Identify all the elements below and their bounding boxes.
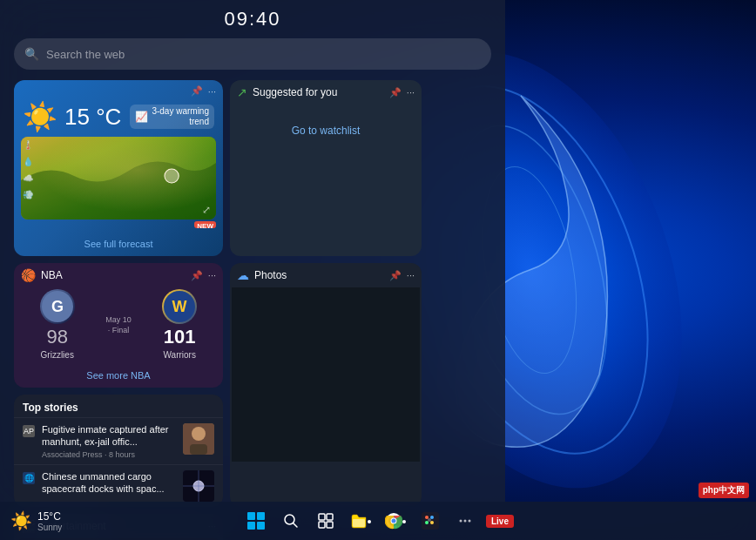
widget-panel: 09:40 🔍 📌 ··· ☀️ 15 °C 📈 3-day warming t… <box>0 0 505 502</box>
weather-footer: See full forecast <box>14 232 223 256</box>
svg-rect-36 <box>319 522 325 528</box>
nba-title: NBA <box>41 269 186 281</box>
weather-widget: 📌 ··· ☀️ 15 °C 📈 3-day warming trend <box>14 80 223 256</box>
warriors-logo: W <box>162 289 197 324</box>
svg-point-51 <box>469 520 471 523</box>
svg-rect-34 <box>319 514 325 520</box>
weather-new-badge: NEW <box>194 221 216 228</box>
story2-source-icon: 🌐 <box>23 472 35 484</box>
story1-text: Fugitive inmate captured after manhunt, … <box>42 423 176 459</box>
photos-more-icon[interactable]: ··· <box>407 270 415 280</box>
svg-point-49 <box>460 520 462 523</box>
nba-icon: 🏀 <box>21 268 36 282</box>
suggested-pin-icon[interactable]: 📌 <box>389 87 402 98</box>
weather-map: 🌡️ 💧 ☁️ 💨 ⤢ <box>21 137 216 219</box>
game-date: May 10 <box>105 315 132 324</box>
suggested-more-icon[interactable]: ··· <box>407 87 415 98</box>
suggested-title: Suggested for you <box>253 86 384 98</box>
photos-widget: ☁ Photos 📌 ··· <box>230 263 422 507</box>
more-apps-button[interactable] <box>449 505 481 537</box>
taskbar-condition: Sunny <box>37 523 62 532</box>
nba-pin-icon[interactable]: 📌 <box>191 270 203 281</box>
svg-point-45 <box>430 516 434 519</box>
story2-title: Chinese unmanned cargo spacecraft docks … <box>42 470 176 496</box>
svg-line-33 <box>294 523 298 528</box>
grizzlies-score: 98 <box>46 326 67 348</box>
nba-widget: 🏀 NBA 📌 ··· G 98 Grizzlies <box>14 263 223 388</box>
live-badge: Live <box>486 515 514 528</box>
weather-trend: 📈 3-day warming trend <box>130 105 214 129</box>
more-apps-icon <box>456 512 474 530</box>
photos-header: ☁ Photos 📌 ··· <box>230 263 422 287</box>
svg-rect-38 <box>353 519 365 527</box>
file-explorer-button[interactable] <box>345 505 376 537</box>
watchlist-link[interactable]: Go to watchlist <box>292 125 361 137</box>
warriors-name: Warriors <box>164 350 196 360</box>
weather-main: ☀️ 15 °C 📈 3-day warming trend <box>14 98 223 137</box>
taskbar-temp: 15°C <box>37 510 62 523</box>
clock-bar: 09:40 <box>0 0 505 38</box>
suggested-header: ↗ Suggested for you 📌 ··· <box>230 80 422 105</box>
live-button[interactable]: Live <box>484 505 516 537</box>
top-stories-widget: Top stories AP Fugitive inmate captured … <box>14 395 223 507</box>
story-item-1[interactable]: AP Fugitive inmate captured after manhun… <box>14 417 223 464</box>
svg-point-50 <box>464 520 467 523</box>
task-view-button[interactable] <box>310 505 341 537</box>
photos-title: Photos <box>254 269 384 281</box>
taskbar-weather-info: 15°C Sunny <box>37 510 62 532</box>
file-explorer-icon <box>350 513 368 529</box>
windows-logo <box>247 512 265 530</box>
nba-more-link[interactable]: See more NBA <box>86 370 150 381</box>
weather-widget-header: 📌 ··· <box>14 80 223 98</box>
task-view-icon <box>318 513 334 529</box>
win-logo-bl <box>247 522 255 530</box>
php-watermark: php中文网 <box>699 483 749 498</box>
taskbar-weather-icon: ☀️ <box>10 510 32 531</box>
story1-image <box>183 423 214 455</box>
weather-forecast-link[interactable]: See full forecast <box>84 239 153 249</box>
svg-point-47 <box>430 521 434 524</box>
weather-more-icon[interactable]: ··· <box>208 86 216 97</box>
nba-game: G 98 Grizzlies May 10 · Final W <box>14 284 223 365</box>
svg-point-46 <box>425 521 429 524</box>
taskbar-center: Live <box>240 505 516 537</box>
photos-app-button[interactable] <box>415 505 446 537</box>
search-icon: 🔍 <box>24 47 39 61</box>
team-warriors: W 101 Warriors <box>162 289 197 360</box>
thermometer-icon: 🌡️ <box>23 140 33 150</box>
weather-sun-icon: ☀️ <box>23 100 57 133</box>
svg-point-44 <box>425 516 429 519</box>
droplet-icon: 💧 <box>23 157 33 166</box>
warriors-score: 101 <box>164 326 196 348</box>
taskbar-search-icon <box>283 513 299 529</box>
suggested-widget: ↗ Suggested for you 📌 ··· Go to watchlis… <box>230 80 422 256</box>
search-bar[interactable]: 🔍 <box>14 38 491 70</box>
weather-map-overlay <box>21 137 216 219</box>
start-button[interactable] <box>240 505 272 537</box>
weather-temperature: 15 °C <box>64 104 121 131</box>
suggested-icon: ↗ <box>237 85 247 99</box>
file-explorer-dot <box>368 520 371 523</box>
weather-pin-icon[interactable]: 📌 <box>191 85 203 97</box>
nba-footer: See more NBA <box>14 365 223 388</box>
story2-text: Chinese unmanned cargo spacecraft docks … <box>42 470 176 496</box>
weather-expand-icon[interactable]: ⤢ <box>202 204 211 216</box>
story-item-2[interactable]: 🌐 Chinese unmanned cargo spacecraft dock… <box>14 464 223 507</box>
search-input[interactable] <box>46 48 481 61</box>
svg-rect-35 <box>327 514 333 520</box>
story1-title: Fugitive inmate captured after manhunt, … <box>42 423 176 449</box>
photos-pin-icon[interactable]: 📌 <box>389 270 402 281</box>
story1-source-icon: AP <box>23 425 35 437</box>
weather-side-icons: 🌡️ 💧 ☁️ 💨 <box>23 140 33 199</box>
taskbar-search-button[interactable] <box>275 505 307 537</box>
svg-text:G: G <box>51 298 64 315</box>
nba-more-icon[interactable]: ··· <box>208 270 216 280</box>
svg-rect-12 <box>190 444 207 455</box>
svg-point-42 <box>392 519 396 523</box>
svg-point-11 <box>192 427 206 441</box>
chrome-button[interactable] <box>380 505 411 537</box>
taskbar-weather[interactable]: ☀️ 15°C Sunny <box>10 510 62 532</box>
grizzlies-logo: G <box>40 289 75 324</box>
chrome-icon <box>385 512 402 530</box>
story2-image <box>183 470 214 502</box>
